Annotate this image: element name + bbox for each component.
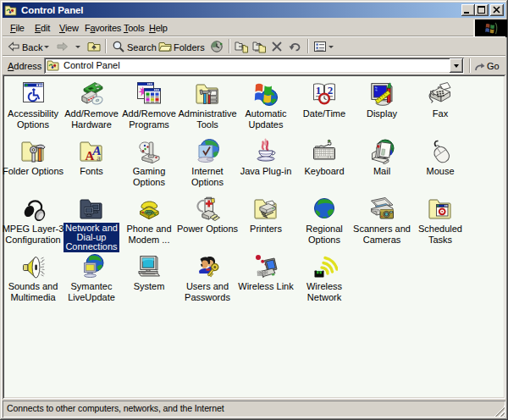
svg-text:a: a [97, 152, 101, 163]
